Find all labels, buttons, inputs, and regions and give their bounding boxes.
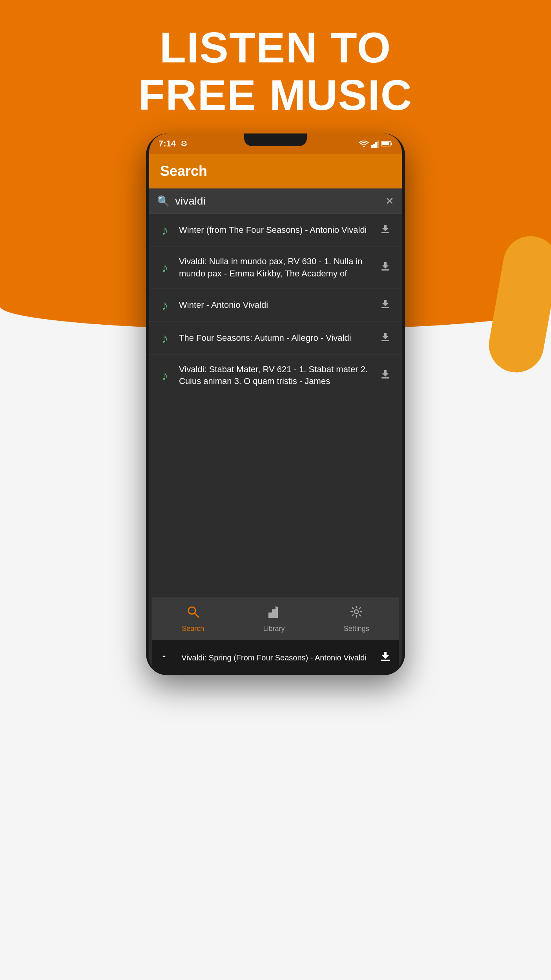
- promo-text: LISTEN TO FREE MUSIC: [0, 24, 551, 119]
- app-bar-title: Search: [160, 163, 207, 179]
- library-nav-label: Library: [263, 625, 285, 633]
- svg-rect-6: [391, 143, 392, 145]
- search-magnifier-icon: 🔍: [157, 195, 170, 207]
- svg-rect-15: [268, 612, 272, 618]
- svg-rect-1: [371, 145, 373, 148]
- download-icon-2[interactable]: [377, 261, 394, 274]
- expand-icon[interactable]: [159, 652, 169, 664]
- svg-line-14: [195, 613, 199, 617]
- music-note-icon-5: ♪: [157, 368, 173, 383]
- music-note-icon-2: ♪: [157, 260, 173, 275]
- promo-line1: LISTEN TO: [31, 24, 520, 71]
- svg-rect-7: [382, 142, 389, 145]
- status-right-icons: [359, 140, 392, 148]
- settings-nav-label: Settings: [344, 625, 369, 633]
- download-icon-1[interactable]: [377, 223, 394, 237]
- download-icon-4[interactable]: [377, 331, 394, 345]
- nav-item-search[interactable]: Search: [182, 605, 204, 633]
- phone-notch: [244, 133, 307, 146]
- search-nav-label: Search: [182, 625, 204, 633]
- search-input-container[interactable]: 🔍 vivaldi ✕: [149, 188, 402, 214]
- library-nav-icon: [267, 605, 281, 622]
- result-item-1[interactable]: ♪ Winter (from The Four Seasons) - Anton…: [149, 214, 402, 247]
- app-bar: Search: [149, 154, 402, 188]
- result-title-2: Vivaldi: Nulla in mundo pax, RV 630 - 1.…: [179, 256, 370, 280]
- result-title-1: Winter (from The Four Seasons) - Antonio…: [179, 224, 370, 236]
- now-playing-title: Vivaldi: Spring (From Four Seasons) - An…: [173, 653, 374, 663]
- signal-icon: [371, 140, 379, 148]
- search-clear-button[interactable]: ✕: [385, 195, 394, 207]
- svg-rect-18: [381, 660, 390, 661]
- result-title-3: Winter - Antonio Vivaldi: [179, 299, 370, 311]
- download-icon-5[interactable]: [377, 369, 394, 382]
- svg-point-17: [354, 610, 358, 614]
- svg-point-0: [363, 146, 365, 147]
- settings-status-icon: ⚙: [181, 139, 188, 148]
- result-item-5[interactable]: ♪ Vivaldi: Stabat Mater, RV 621 - 1. Sta…: [149, 355, 402, 397]
- now-playing-download-icon[interactable]: [379, 650, 392, 666]
- wifi-icon: [359, 140, 369, 148]
- now-playing-bar[interactable]: Vivaldi: Spring (From Four Seasons) - An…: [152, 640, 399, 675]
- svg-rect-11: [381, 340, 389, 341]
- svg-rect-4: [377, 141, 379, 148]
- music-note-icon-3: ♪: [157, 298, 173, 313]
- result-item-3[interactable]: ♪ Winter - Antonio Vivaldi: [149, 289, 402, 322]
- bottom-navigation: Search Library: [152, 597, 399, 640]
- svg-rect-8: [381, 232, 389, 233]
- nav-item-settings[interactable]: Settings: [344, 605, 369, 633]
- svg-rect-9: [381, 269, 389, 271]
- download-icon-3[interactable]: [377, 298, 394, 312]
- result-title-4: The Four Seasons: Autumn - Allegro - Viv…: [179, 332, 370, 344]
- svg-rect-3: [375, 142, 377, 148]
- svg-rect-2: [373, 144, 375, 148]
- search-query-text[interactable]: vivaldi: [175, 195, 380, 207]
- result-item-4[interactable]: ♪ The Four Seasons: Autumn - Allegro - V…: [149, 322, 402, 355]
- settings-nav-icon: [349, 605, 363, 622]
- svg-rect-10: [381, 307, 389, 308]
- phone-frame: 7:14 ⚙: [146, 133, 405, 675]
- status-time: 7:14: [159, 139, 176, 149]
- promo-line2: FREE MUSIC: [31, 71, 520, 119]
- result-title-5: Vivaldi: Stabat Mater, RV 621 - 1. Staba…: [179, 364, 370, 388]
- nav-item-library[interactable]: Library: [263, 605, 285, 633]
- battery-icon: [381, 141, 392, 147]
- phone-screen: 7:14 ⚙: [149, 133, 402, 675]
- search-nav-icon: [186, 605, 200, 622]
- svg-rect-12: [381, 377, 389, 378]
- svg-rect-16: [272, 609, 276, 618]
- music-note-icon-1: ♪: [157, 223, 173, 238]
- music-note-icon-4: ♪: [157, 331, 173, 346]
- result-item-2[interactable]: ♪ Vivaldi: Nulla in mundo pax, RV 630 - …: [149, 247, 402, 289]
